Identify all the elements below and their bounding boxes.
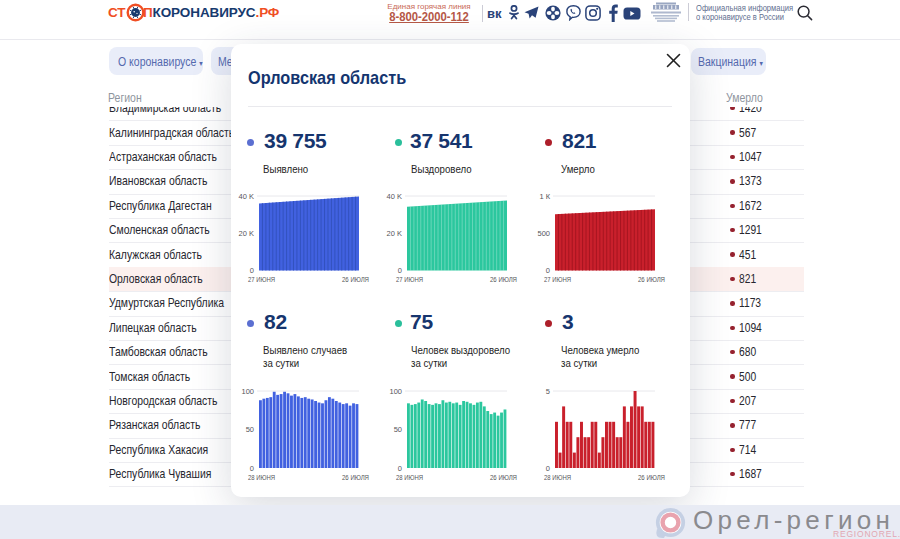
svg-text:вк: вк: [487, 7, 502, 19]
svg-text:26 ИЮЛЯ: 26 ИЮЛЯ: [638, 275, 665, 284]
svg-text:500: 500: [537, 229, 550, 238]
svg-text:0: 0: [398, 464, 402, 473]
svg-text:26 ИЮЛЯ: 26 ИЮЛЯ: [342, 473, 369, 482]
svg-text:28 ИЮНЯ: 28 ИЮНЯ: [396, 473, 423, 482]
svg-text:0: 0: [250, 266, 254, 275]
svg-text:27 ИЮНЯ: 27 ИЮНЯ: [544, 275, 571, 284]
svg-text:27 ИЮНЯ: 27 ИЮНЯ: [248, 275, 275, 284]
svg-text:40 K: 40 K: [239, 192, 254, 201]
svg-text:100: 100: [241, 387, 254, 396]
svg-text:0: 0: [398, 266, 402, 275]
svg-text:20 K: 20 K: [239, 229, 254, 238]
svg-text:50: 50: [246, 425, 254, 434]
svg-text:20 K: 20 K: [387, 229, 402, 238]
svg-text:26 ИЮЛЯ: 26 ИЮЛЯ: [638, 473, 665, 482]
svg-text:28 ИЮНЯ: 28 ИЮНЯ: [248, 473, 275, 482]
svg-text:26 ИЮЛЯ: 26 ИЮЛЯ: [490, 275, 517, 284]
svg-text:100: 100: [389, 387, 402, 396]
svg-text:50: 50: [394, 425, 402, 434]
svg-text:0: 0: [250, 464, 254, 473]
svg-text:26 ИЮЛЯ: 26 ИЮЛЯ: [342, 275, 369, 284]
svg-text:0: 0: [546, 464, 550, 473]
svg-text:40 K: 40 K: [387, 192, 402, 201]
svg-text:0: 0: [546, 266, 550, 275]
svg-text:27 ИЮНЯ: 27 ИЮНЯ: [396, 275, 423, 284]
svg-text:26 ИЮЛЯ: 26 ИЮЛЯ: [490, 473, 517, 482]
svg-text:1 К: 1 К: [539, 192, 550, 201]
svg-text:28 ИЮНЯ: 28 ИЮНЯ: [544, 473, 571, 482]
svg-text:5: 5: [546, 387, 550, 396]
